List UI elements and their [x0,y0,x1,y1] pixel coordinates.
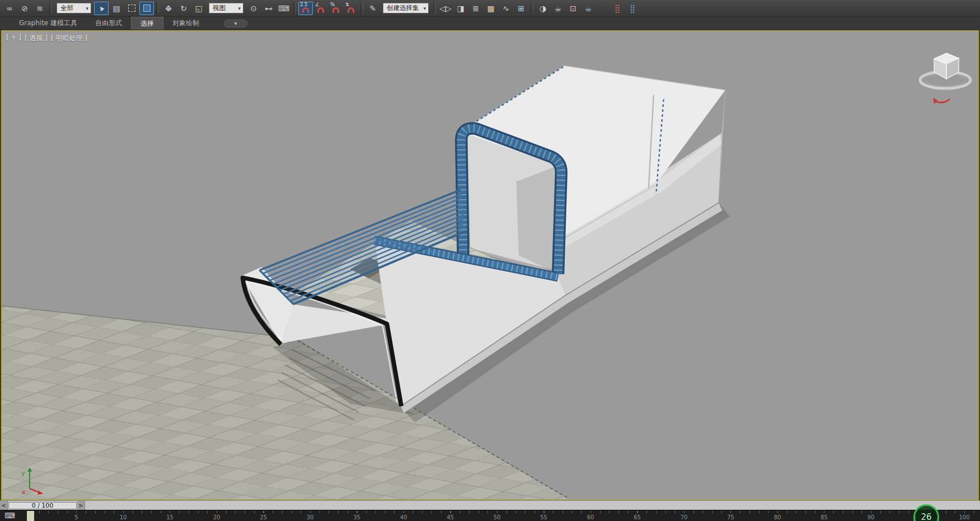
viewcube-cube[interactable] [934,53,959,79]
curve-editor-icon[interactable]: ∿ [499,2,513,15]
ribbon-tab-object-paint[interactable]: 对象绘制 [163,17,208,30]
red-matrix-icon-glyph: ⣿ [615,4,620,12]
keyboard-override-icon[interactable]: ⌨ [276,2,291,15]
next-frame-button[interactable]: > [77,501,85,510]
red-matrix-icon[interactable]: ⣿ [610,2,625,15]
viewcube-rotate-arrow[interactable] [933,98,950,104]
material-editor-icon[interactable]: ◑ [536,2,550,15]
y-axis-label: y [21,470,25,477]
frame-label-75: 75 [727,514,734,520]
named-selection-sets-dropdown[interactable]: 创建选择集 [383,3,429,13]
select-and-scale-icon-glyph: ◱ [195,4,202,12]
ribbon-tab-selection[interactable]: 选择 [131,17,163,30]
select-by-name-icon-glyph: ▤ [112,4,120,12]
render-setup-icon[interactable]: ☕ [551,2,565,15]
snaps-toggle-icon[interactable]: 2.5 [298,2,313,15]
toolbar-sep [156,2,159,15]
frame-label-45: 45 [447,514,454,520]
trackbar[interactable]: ⌨ 05101520253035404550556065707580859095… [0,510,980,521]
select-and-link-icon-glyph: ∞ [6,4,13,12]
reference-coordinate-dropdown-value: 视图 [213,4,226,12]
toolbar-sep [433,2,436,15]
angle-snap-icon-label: ∠ [315,2,320,7]
prev-frame-button[interactable]: < [0,501,8,510]
bind-to-spacewarp-icon-glyph: ≋ [36,4,43,12]
viewport-menu-shading[interactable]: [ 明暗处理 ] [51,34,87,43]
time-slider[interactable]: < 0 / 100 > [0,500,980,510]
select-object-icon-glyph: ▶ [98,4,105,11]
selection-filter-dropdown-value: 全部 [60,4,73,12]
mirror-icon[interactable]: ◁▷ [438,2,453,15]
keyboard-override-icon-glyph: ⌨ [278,4,289,12]
layer-manager-icon-glyph: ≣ [472,4,479,12]
select-object-icon[interactable]: ▶ [94,2,109,15]
ribbon-collapse-button[interactable]: ▾ [224,20,247,27]
trackbar-ticks [30,511,976,513]
frame-label-5: 5 [74,514,78,520]
percent-snap-icon[interactable]: % [329,2,343,15]
angle-snap-icon[interactable]: ∠ [313,2,328,15]
ribbon-tabs: Graphite 建模工具自由形式选择对象绘制▾ [0,17,980,30]
frame-label-15: 15 [166,514,174,520]
blue-dots-icon-glyph: ⣿ [630,4,635,12]
trackbar-frame-indicator[interactable] [27,511,34,521]
viewcube[interactable] [916,43,974,106]
select-and-move-icon[interactable]: ↔↕ [161,2,176,15]
use-center-icon[interactable]: ⊙ [246,2,261,15]
angle-snap-icon-shape [317,7,324,13]
spinner-snap-icon-label: ⇅ [345,2,349,7]
select-and-link-icon[interactable]: ∞ [2,2,17,15]
select-by-name-icon[interactable]: ▤ [109,2,124,15]
select-and-rotate-icon-glyph: ↻ [180,4,187,12]
frame-label-30: 30 [307,514,314,520]
selection-filter-dropdown[interactable]: 全部 [57,3,91,13]
x-axis-label: x [22,489,26,495]
viewport[interactable]: [ + ][ 透视 ][ 明暗处理 ] y x [1,30,979,500]
layer-manager-icon[interactable]: ≣ [468,2,483,15]
viewport-menu-general[interactable]: [ + ] [6,34,21,43]
mirror-icon-glyph: ◁▷ [439,4,452,12]
ribbon-toggle-icon[interactable]: ▦ [484,2,498,15]
schematic-view-icon-glyph: ⊞ [518,4,524,12]
selection-region-icon[interactable] [124,2,139,15]
frame-label-65: 65 [634,514,641,520]
frame-label-60: 60 [587,514,594,520]
frame-label-40: 40 [400,514,407,520]
window-crossing-icon[interactable] [139,2,154,15]
align-icon[interactable]: ◨ [453,2,468,15]
ribbon-tab-freeform[interactable]: 自由形式 [86,17,131,30]
select-and-rotate-icon[interactable]: ↻ [176,2,191,15]
frame-label-70: 70 [681,514,688,520]
unlink-selection-icon[interactable]: ⊘ [17,2,32,15]
time-slider-handle[interactable]: 0 / 100 [8,502,77,509]
select-and-manipulate-icon[interactable]: ⊷ [261,2,276,15]
toolbar-sep [293,2,296,15]
render-production-icon[interactable]: ☕ [581,2,595,15]
edit-named-selection-sets-icon[interactable]: ✎ [365,2,380,15]
ribbon-tab-graphite-modeling[interactable]: Graphite 建模工具 [10,17,86,30]
unlink-selection-icon-glyph: ⊘ [21,4,28,12]
rendered-frame-icon[interactable]: ⊡ [566,2,580,15]
frame-label-10: 10 [120,514,127,520]
frame-label-55: 55 [540,514,547,520]
reference-coordinate-dropdown[interactable]: 视图 [209,3,243,13]
schematic-view-icon[interactable]: ⊞ [514,2,528,15]
max-window: ∞⊘≋全部▶▤↔↕↻◱视图⊙⊷⌨2.5∠%⇅✎创建选择集◁▷◨≣▦∿⊞◑☕⊡☕⣿… [0,0,980,521]
frame-label-80: 80 [774,514,781,520]
spinner-snap-icon[interactable]: ⇅ [344,2,358,15]
select-and-scale-icon[interactable]: ◱ [191,2,206,15]
spinner-snap-icon-shape [348,7,354,13]
bind-to-spacewarp-icon[interactable]: ≋ [32,2,47,15]
frame-label-100: 100 [959,514,969,520]
blue-dots-icon[interactable]: ⣿ [625,2,640,15]
align-icon-glyph: ◨ [457,4,464,12]
edit-named-selection-sets-icon-glyph: ✎ [369,4,376,12]
viewport-menu-pov[interactable]: [ 透视 ] [25,34,48,43]
named-selection-sets-dropdown-value: 创建选择集 [387,4,419,12]
frame-label-20: 20 [213,514,221,520]
render-setup-icon-glyph: ☕ [555,4,562,12]
percent-snap-icon-label: % [330,2,335,7]
ribbon-toggle-icon-glyph: ▦ [487,4,494,12]
frame-label-50: 50 [494,514,501,520]
window-crossing-icon-shape [143,4,151,12]
